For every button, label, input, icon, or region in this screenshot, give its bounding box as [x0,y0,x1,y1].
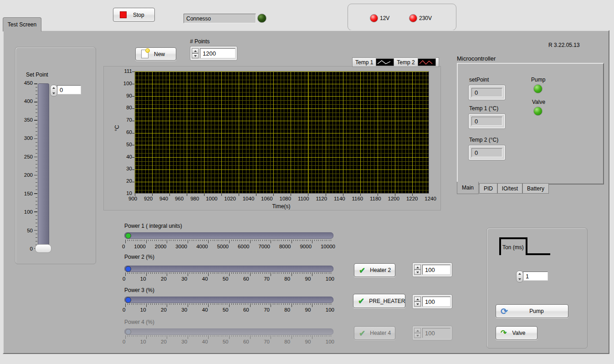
tick-label: 90 [305,339,311,345]
power3-tickmarks [125,303,333,307]
power1-slider-thumb[interactable] [125,233,131,239]
power1-scale: 0100020003000400050006000700080009000100… [122,244,335,250]
tick-label: 1240 [425,196,436,202]
mc-temp2-indicator: 0 [468,145,506,160]
tick-label: 0 [123,339,125,345]
tick-label: 150 [24,191,33,197]
power1-slider-track[interactable] [124,232,333,239]
mc-setpoint-label: setPoint [469,77,489,83]
decrement-icon[interactable] [52,92,55,94]
tick-label: 1140 [334,196,345,202]
tick-label: 80 [284,339,290,345]
heater4-power-control: 100 [412,326,452,340]
12v-led [370,14,378,22]
heater2-label: Heater 2 [370,267,391,273]
increment-icon[interactable] [518,273,521,275]
mc-tab-pid[interactable]: PID [479,183,497,194]
mc-temp1-label: Temp 1 (°C) [469,105,498,112]
power3-slider-thumb[interactable] [125,297,131,303]
tick-label: 40 [202,339,208,345]
power1-tickmarks [125,240,333,243]
setpoint-slider-handle[interactable] [35,244,51,253]
graph-legend[interactable]: Temp 1 Temp 2 [352,57,439,67]
mc-temp2-value: 0 [471,148,502,157]
points-input[interactable]: 1200 [200,48,235,58]
power4-scale: 0102030405060708090100 [123,339,334,345]
tab-test-screen[interactable]: Test Screen [3,17,41,31]
heater2-power-input[interactable]: 100 [422,265,450,275]
mc-tab-main[interactable]: Main [457,182,479,194]
valve-button[interactable]: ↷ Valve [496,326,537,340]
230v-label: 230V [419,15,432,21]
heater2-power-control[interactable]: 100 [412,262,452,277]
tick-label: 10 [140,276,146,282]
mc-setpoint-indicator: 0 [468,85,506,100]
plot-area[interactable] [134,71,429,194]
connection-status-field[interactable]: Connesso [184,14,256,23]
points-increment-icon[interactable] [192,48,199,53]
tick-label: 900 [128,196,137,202]
pre-heater-button[interactable]: ✔ PRE_HEATER [353,294,405,308]
pre-heater-power-input[interactable]: 100 [422,297,450,307]
stop-button-label: Stop [133,12,144,18]
tick-label: 80 [284,276,290,282]
setpoint-value: 0 [60,87,63,93]
ton-label: Ton (ms) [502,244,524,251]
power3-scale: 0102030405060708090100 [123,307,334,313]
pre-heater-power-control[interactable]: 100 [412,294,452,309]
new-button[interactable]: New [135,47,176,61]
pump-led [533,84,542,93]
tick-label: 30 [181,276,187,282]
valve-button-label: Valve [512,330,525,336]
tick-label: 40 [126,154,132,160]
stop-button[interactable]: Stop [113,8,155,22]
tick-label: 0 [30,246,33,252]
tick-label: 100 [24,209,33,215]
tick-label: 60 [243,276,249,282]
increment-icon[interactable] [414,297,421,302]
decrement-icon[interactable] [518,278,521,280]
ton-value: 1 [526,273,529,280]
tick-label: 111 [124,68,132,74]
tick-label: 1180 [370,196,381,202]
setpoint-spinner[interactable] [50,85,57,97]
setpoint-slider-track[interactable] [38,83,49,249]
points-control[interactable]: 1200 [190,46,237,61]
power3-slider-track[interactable] [124,297,333,303]
tick-label: 90 [126,93,132,99]
tick-label: 100 [326,339,334,345]
tick-label: 100 [326,307,334,313]
power2-slider-thumb[interactable] [125,266,131,272]
setpoint-scale: 450400350300250200150100500 [17,80,33,252]
ton-input[interactable]: 1 [523,272,548,281]
mc-tab-iotest[interactable]: IO/test [497,183,522,194]
decrement-icon[interactable] [414,270,421,275]
power2-slider-track[interactable] [124,266,333,272]
decrement-icon[interactable] [414,302,421,307]
tick-label: 50 [223,339,229,345]
power4-label: Power 4 (%) [124,319,154,325]
mc-tab-battery[interactable]: Battery [522,183,549,194]
setpoint-tickmarks [34,83,37,249]
x-axis-title-wrap: Time(s) [134,202,428,210]
tick-label: 1000 [206,196,218,202]
tick-label: 980 [190,196,199,202]
pre-heater-label: PRE_HEATER [369,298,405,304]
points-decrement-icon[interactable] [192,53,199,58]
tick-label: 9000 [300,244,312,250]
mc-setpoint-value: 0 [471,88,502,97]
increment-icon[interactable] [52,87,55,89]
ton-spinner[interactable] [516,271,523,282]
tick-label: 1220 [406,196,418,202]
power3-label: Power 3 (%) [124,287,154,293]
tick-label: 30 [126,166,132,172]
setpoint-input[interactable]: 0 [57,85,81,94]
tick-label: 940 [159,196,168,202]
tick-label: 20 [161,276,167,282]
tick-label: 80 [284,307,290,313]
increment-icon[interactable] [414,265,421,270]
heater2-button[interactable]: ✔ Heater 2 [354,263,395,277]
pump-led-label: Pump [531,77,545,83]
pump-button[interactable]: ⟳ Pump [496,304,568,318]
check-icon: ✔ [359,267,365,274]
